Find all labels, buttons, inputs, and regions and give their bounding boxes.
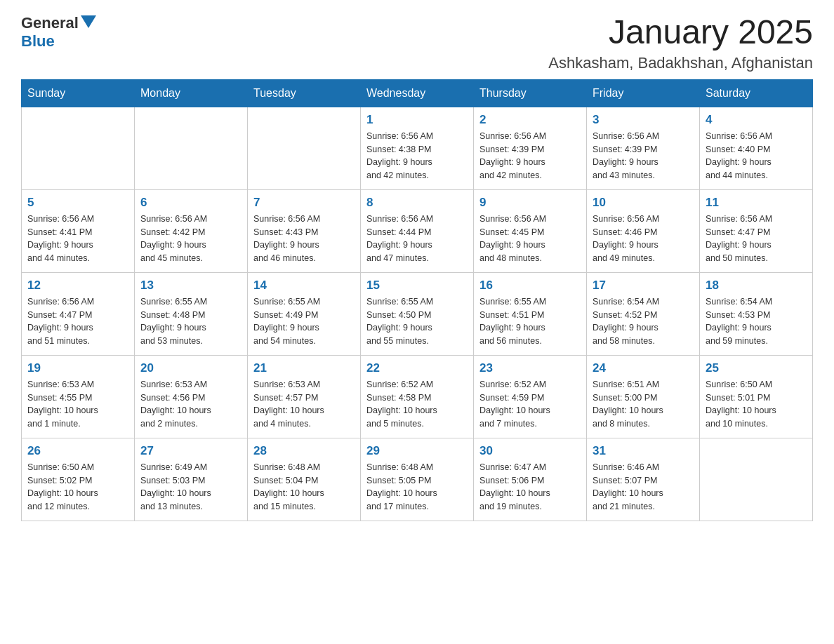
calendar-cell: 29Sunrise: 6:48 AM Sunset: 5:05 PM Dayli… bbox=[361, 438, 474, 521]
calendar-cell: 20Sunrise: 6:53 AM Sunset: 4:56 PM Dayli… bbox=[135, 355, 248, 438]
day-number: 2 bbox=[479, 113, 581, 127]
calendar-cell: 27Sunrise: 6:49 AM Sunset: 5:03 PM Dayli… bbox=[135, 438, 248, 521]
day-number: 24 bbox=[593, 361, 694, 375]
calendar-cell: 21Sunrise: 6:53 AM Sunset: 4:57 PM Dayli… bbox=[248, 355, 361, 438]
day-number: 23 bbox=[479, 361, 581, 375]
day-info: Sunrise: 6:55 AM Sunset: 4:48 PM Dayligh… bbox=[140, 295, 241, 348]
day-number: 30 bbox=[479, 444, 581, 458]
day-number: 29 bbox=[366, 444, 468, 458]
logo-general-text: General bbox=[21, 14, 79, 32]
day-info: Sunrise: 6:53 AM Sunset: 4:56 PM Dayligh… bbox=[140, 378, 241, 431]
calendar-week-row: 26Sunrise: 6:50 AM Sunset: 5:02 PM Dayli… bbox=[22, 438, 813, 521]
day-info: Sunrise: 6:55 AM Sunset: 4:49 PM Dayligh… bbox=[253, 295, 355, 348]
calendar-cell: 18Sunrise: 6:54 AM Sunset: 4:53 PM Dayli… bbox=[700, 272, 813, 355]
day-number: 15 bbox=[366, 279, 468, 293]
calendar-cell: 19Sunrise: 6:53 AM Sunset: 4:55 PM Dayli… bbox=[22, 355, 135, 438]
svg-marker-0 bbox=[81, 15, 96, 28]
day-info: Sunrise: 6:55 AM Sunset: 4:50 PM Dayligh… bbox=[366, 295, 468, 348]
title-section: January 2025 Ashkasham, Badakhshan, Afgh… bbox=[548, 14, 813, 72]
day-info: Sunrise: 6:49 AM Sunset: 5:03 PM Dayligh… bbox=[140, 461, 241, 514]
calendar-week-row: 1Sunrise: 6:56 AM Sunset: 4:38 PM Daylig… bbox=[22, 107, 813, 189]
day-info: Sunrise: 6:52 AM Sunset: 4:59 PM Dayligh… bbox=[479, 378, 581, 431]
calendar-cell: 16Sunrise: 6:55 AM Sunset: 4:51 PM Dayli… bbox=[474, 272, 587, 355]
day-info: Sunrise: 6:56 AM Sunset: 4:47 PM Dayligh… bbox=[27, 295, 128, 348]
day-info: Sunrise: 6:50 AM Sunset: 5:02 PM Dayligh… bbox=[27, 461, 128, 514]
day-number: 10 bbox=[593, 196, 694, 210]
logo: General Blue bbox=[21, 14, 96, 51]
calendar-cell: 14Sunrise: 6:55 AM Sunset: 4:49 PM Dayli… bbox=[248, 272, 361, 355]
day-info: Sunrise: 6:48 AM Sunset: 5:04 PM Dayligh… bbox=[253, 461, 355, 514]
day-info: Sunrise: 6:56 AM Sunset: 4:45 PM Dayligh… bbox=[479, 213, 581, 265]
calendar-cell: 6Sunrise: 6:56 AM Sunset: 4:42 PM Daylig… bbox=[135, 189, 248, 272]
calendar-week-row: 5Sunrise: 6:56 AM Sunset: 4:41 PM Daylig… bbox=[22, 189, 813, 272]
calendar-cell bbox=[700, 438, 813, 521]
day-number: 7 bbox=[253, 196, 355, 210]
day-of-week-header: Tuesday bbox=[248, 79, 361, 107]
day-info: Sunrise: 6:46 AM Sunset: 5:07 PM Dayligh… bbox=[593, 461, 694, 514]
day-number: 4 bbox=[706, 113, 807, 127]
day-info: Sunrise: 6:53 AM Sunset: 4:57 PM Dayligh… bbox=[253, 378, 355, 431]
calendar-cell: 10Sunrise: 6:56 AM Sunset: 4:46 PM Dayli… bbox=[587, 189, 700, 272]
calendar-cell: 28Sunrise: 6:48 AM Sunset: 5:04 PM Dayli… bbox=[248, 438, 361, 521]
day-number: 6 bbox=[140, 196, 241, 210]
calendar-week-row: 19Sunrise: 6:53 AM Sunset: 4:55 PM Dayli… bbox=[22, 355, 813, 438]
day-info: Sunrise: 6:47 AM Sunset: 5:06 PM Dayligh… bbox=[479, 461, 581, 514]
calendar-week-row: 12Sunrise: 6:56 AM Sunset: 4:47 PM Dayli… bbox=[22, 272, 813, 355]
calendar-cell: 9Sunrise: 6:56 AM Sunset: 4:45 PM Daylig… bbox=[474, 189, 587, 272]
logo-triangle-icon bbox=[81, 15, 96, 31]
day-number: 19 bbox=[27, 361, 128, 375]
day-number: 21 bbox=[253, 361, 355, 375]
day-of-week-header: Thursday bbox=[474, 79, 587, 107]
day-info: Sunrise: 6:53 AM Sunset: 4:55 PM Dayligh… bbox=[27, 378, 128, 431]
day-info: Sunrise: 6:52 AM Sunset: 4:58 PM Dayligh… bbox=[366, 378, 468, 431]
day-info: Sunrise: 6:51 AM Sunset: 5:00 PM Dayligh… bbox=[593, 378, 694, 431]
day-of-week-header: Friday bbox=[587, 79, 700, 107]
day-of-week-header: Wednesday bbox=[361, 79, 474, 107]
calendar-cell: 24Sunrise: 6:51 AM Sunset: 5:00 PM Dayli… bbox=[587, 355, 700, 438]
day-info: Sunrise: 6:48 AM Sunset: 5:05 PM Dayligh… bbox=[366, 461, 468, 514]
calendar-table: SundayMondayTuesdayWednesdayThursdayFrid… bbox=[21, 79, 813, 521]
day-number: 16 bbox=[479, 279, 581, 293]
day-info: Sunrise: 6:56 AM Sunset: 4:43 PM Dayligh… bbox=[253, 213, 355, 265]
calendar-cell: 13Sunrise: 6:55 AM Sunset: 4:48 PM Dayli… bbox=[135, 272, 248, 355]
calendar-cell: 12Sunrise: 6:56 AM Sunset: 4:47 PM Dayli… bbox=[22, 272, 135, 355]
day-of-week-header: Monday bbox=[135, 79, 248, 107]
day-info: Sunrise: 6:54 AM Sunset: 4:53 PM Dayligh… bbox=[706, 295, 807, 348]
day-info: Sunrise: 6:56 AM Sunset: 4:38 PM Dayligh… bbox=[366, 130, 468, 182]
day-number: 17 bbox=[593, 279, 694, 293]
day-info: Sunrise: 6:54 AM Sunset: 4:52 PM Dayligh… bbox=[593, 295, 694, 348]
day-info: Sunrise: 6:56 AM Sunset: 4:46 PM Dayligh… bbox=[593, 213, 694, 265]
day-number: 25 bbox=[706, 361, 807, 375]
day-info: Sunrise: 6:50 AM Sunset: 5:01 PM Dayligh… bbox=[706, 378, 807, 431]
day-number: 28 bbox=[253, 444, 355, 458]
month-title: January 2025 bbox=[548, 14, 813, 51]
day-of-week-header: Saturday bbox=[700, 79, 813, 107]
day-number: 13 bbox=[140, 279, 241, 293]
day-number: 11 bbox=[706, 196, 807, 210]
logo-blue-text: Blue bbox=[21, 32, 55, 50]
page-header: General Blue January 2025 Ashkasham, Bad… bbox=[21, 14, 813, 72]
calendar-cell bbox=[22, 107, 135, 189]
day-number: 9 bbox=[479, 196, 581, 210]
day-info: Sunrise: 6:56 AM Sunset: 4:42 PM Dayligh… bbox=[140, 213, 241, 265]
day-of-week-header: Sunday bbox=[22, 79, 135, 107]
calendar-cell: 8Sunrise: 6:56 AM Sunset: 4:44 PM Daylig… bbox=[361, 189, 474, 272]
day-info: Sunrise: 6:55 AM Sunset: 4:51 PM Dayligh… bbox=[479, 295, 581, 348]
calendar-cell bbox=[248, 107, 361, 189]
day-number: 1 bbox=[366, 113, 468, 127]
calendar-cell: 26Sunrise: 6:50 AM Sunset: 5:02 PM Dayli… bbox=[22, 438, 135, 521]
location-title: Ashkasham, Badakhshan, Afghanistan bbox=[548, 54, 813, 72]
calendar-cell: 30Sunrise: 6:47 AM Sunset: 5:06 PM Dayli… bbox=[474, 438, 587, 521]
day-number: 12 bbox=[27, 279, 128, 293]
day-number: 14 bbox=[253, 279, 355, 293]
day-number: 18 bbox=[706, 279, 807, 293]
day-number: 3 bbox=[593, 113, 694, 127]
day-number: 26 bbox=[27, 444, 128, 458]
calendar-cell: 25Sunrise: 6:50 AM Sunset: 5:01 PM Dayli… bbox=[700, 355, 813, 438]
day-info: Sunrise: 6:56 AM Sunset: 4:47 PM Dayligh… bbox=[706, 213, 807, 265]
calendar-cell: 1Sunrise: 6:56 AM Sunset: 4:38 PM Daylig… bbox=[361, 107, 474, 189]
calendar-cell: 4Sunrise: 6:56 AM Sunset: 4:40 PM Daylig… bbox=[700, 107, 813, 189]
calendar-cell: 17Sunrise: 6:54 AM Sunset: 4:52 PM Dayli… bbox=[587, 272, 700, 355]
calendar-cell: 7Sunrise: 6:56 AM Sunset: 4:43 PM Daylig… bbox=[248, 189, 361, 272]
day-info: Sunrise: 6:56 AM Sunset: 4:39 PM Dayligh… bbox=[593, 130, 694, 182]
